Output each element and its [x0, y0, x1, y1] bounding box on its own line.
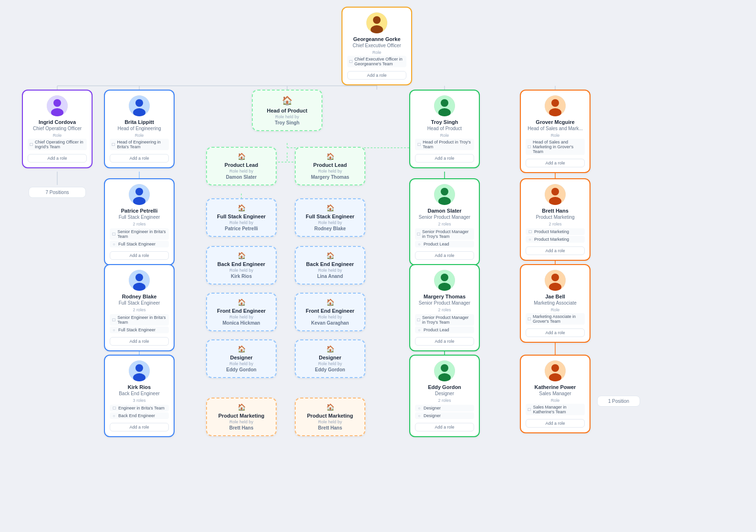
jb-role-item: ☐ Marketing Associate in Grover's Team — [526, 313, 585, 325]
hop-title: Head of Product — [415, 126, 474, 131]
fee2-role-held-label: Role held by — [300, 315, 360, 319]
svg-point-38 — [441, 99, 448, 107]
bee1-role-held-label: Role held by — [212, 268, 271, 273]
hop-card: Troy Singh Head of Product Role ☐ Head o… — [409, 90, 480, 168]
ceo-role-item: ☐ Chief Executive Officer in Georgeanne'… — [347, 56, 406, 67]
kp-add-role-btn[interactable]: Add a role — [526, 419, 585, 428]
coo-name: Ingrid Cordova — [28, 119, 87, 125]
ds-role-item-1: ☐ Senior Product Manager in Troy's Team — [415, 228, 474, 240]
hosm-card: Grover Mcguire Head of Sales and Mark...… — [520, 90, 590, 173]
rb-role-item-1: ☐ Senior Engineer in Brita's Team — [110, 314, 169, 326]
ceo-name: Georgeanne Gorke — [347, 36, 406, 42]
bh-add-role-btn[interactable]: Add a role — [526, 246, 585, 255]
kr-title: Back End Engineer — [110, 391, 169, 396]
role-checkbox-icon: ☐ — [417, 232, 420, 236]
hoe-add-role-btn[interactable]: Add a role — [110, 154, 169, 163]
hop-name: Troy Singh — [415, 119, 474, 125]
pl1-role-held-label: Role held by — [212, 169, 271, 174]
bh-card: Brett Hans Product Marketing 2 roles ☐ P… — [520, 178, 590, 261]
pp-add-role-btn[interactable]: Add a role — [110, 251, 169, 260]
hop-role-item: ☐ Head of Product in Troy's Team — [415, 139, 474, 150]
mt-role-item-1: ☐ Senior Product Manager in Troy's Team — [415, 314, 474, 326]
pm1-role-card: 🏠 Product Marketing Role held by Brett H… — [206, 398, 277, 436]
bee2-role-title: Back End Engineer — [300, 261, 360, 267]
ceo-title: Chief Executive Officer — [347, 43, 406, 48]
role-checkbox-icon: ☐ — [30, 142, 33, 147]
coo-title: Chief Operating Officer — [28, 126, 87, 131]
fee2-role-title: Front End Engineer — [300, 308, 360, 314]
eg-role-item-1: ○ Designer — [415, 405, 474, 411]
bh-role-item-2: ○ Product Marketing — [526, 236, 585, 243]
hoe-avatar — [129, 95, 150, 116]
pp-card: Patrice Petrelli Full Stack Engineer 2 r… — [104, 178, 175, 266]
role-circle-icon: ○ — [112, 327, 116, 332]
pm1-role-icon: 🏠 — [212, 403, 271, 411]
pl2-role-card: 🏠 Product Lead Role held by Margery Thom… — [295, 147, 365, 185]
jb-name: Jae Bell — [526, 294, 585, 299]
pm1-role-person: Brett Hans — [212, 425, 271, 430]
pl1-role-icon: 🏠 — [212, 153, 271, 160]
role-checkbox-icon: ☐ — [112, 317, 115, 322]
fse2-role-card: 🏠 Full Stack Engineer Role held by Rodne… — [295, 198, 365, 237]
mt-name: Margery Thomas — [415, 294, 474, 299]
rb-add-role-btn[interactable]: Add a role — [110, 337, 169, 346]
bee2-role-icon: 🏠 — [300, 252, 360, 259]
ds-role-count: 2 roles — [415, 222, 474, 226]
jb-add-role-btn[interactable]: Add a role — [526, 328, 585, 337]
hosm-avatar — [545, 95, 566, 116]
fse1-role-person: Patrice Petrelli — [212, 226, 271, 231]
ceo-card: Georgeanne Gorke Chief Executive Officer… — [342, 7, 412, 85]
fse1-role-icon: 🏠 — [212, 204, 271, 212]
hop-add-role-btn[interactable]: Add a role — [415, 154, 474, 163]
jb-avatar — [545, 270, 566, 291]
role-checkbox-icon: ☐ — [417, 317, 420, 322]
hoe-card: Brita Lippitt Head of Engineering Role ☐… — [104, 90, 175, 168]
fee1-role-held-label: Role held by — [212, 315, 271, 319]
ds-add-role-btn[interactable]: Add a role — [415, 251, 474, 260]
svg-point-62 — [135, 364, 143, 372]
pp-name: Patrice Petrelli — [110, 208, 169, 214]
kr-add-role-btn[interactable]: Add a role — [110, 423, 169, 431]
ceo-role-label: Role — [347, 50, 406, 55]
hosm-add-role-btn[interactable]: Add a role — [526, 159, 585, 167]
pp-role-count: 2 roles — [110, 222, 169, 226]
kr-role-item-2: ○ Back End Engineer — [110, 412, 169, 419]
role-circle-icon: ○ — [112, 413, 116, 418]
role-circle-icon: ○ — [417, 327, 422, 332]
coo-add-role-btn[interactable]: Add a role — [28, 154, 87, 163]
mt-card: Margery Thomas Senior Product Manager 2 … — [409, 264, 480, 351]
pm2-role-person: Brett Hans — [300, 425, 360, 430]
eg-add-role-btn[interactable]: Add a role — [415, 423, 474, 431]
hosm-name: Grover Mcguire — [526, 119, 585, 125]
hop-role-person: Troy Singh — [258, 120, 317, 125]
eg-role-count: 2 roles — [415, 398, 474, 403]
svg-point-65 — [441, 364, 448, 372]
role-circle-icon: ○ — [112, 242, 116, 246]
ceo-add-role-btn[interactable]: Add a role — [347, 71, 406, 80]
kr-avatar — [129, 360, 150, 381]
pm2-role-title: Product Marketing — [300, 413, 360, 419]
kr-role-item-1: ☐ Engineer in Brita's Team — [110, 405, 169, 411]
mt-title: Senior Product Manager — [415, 300, 474, 306]
hop-role-title: Head of Product — [258, 108, 317, 113]
coo-role-item: ☐ Chief Operating Officer in Ingrid's Te… — [28, 139, 87, 150]
pl2-role-title: Product Lead — [300, 162, 360, 168]
bee1-role-person: Kirk Rios — [212, 274, 271, 279]
svg-point-47 — [441, 188, 448, 195]
role-checkbox-icon: ☐ — [112, 232, 115, 236]
bh-name: Brett Hans — [526, 208, 585, 214]
rb-role-item-2: ○ Full Stack Engineer — [110, 327, 169, 333]
pm2-role-card: 🏠 Product Marketing Role held by Brett H… — [295, 398, 365, 436]
role-circle-icon: ○ — [417, 413, 422, 418]
mt-add-role-btn[interactable]: Add a role — [415, 337, 474, 346]
bh-title: Product Marketing — [526, 215, 585, 220]
mt-role-item-2: ○ Product Lead — [415, 327, 474, 333]
fse1-role-held-label: Role held by — [212, 220, 271, 225]
svg-point-59 — [551, 274, 559, 281]
pm1-role-held-label: Role held by — [212, 419, 271, 424]
ds-avatar — [434, 184, 455, 205]
pp-role-item-2: ○ Full Stack Engineer — [110, 241, 169, 247]
jb-card: Jae Bell Marketing Associate Role ☐ Mark… — [520, 264, 590, 343]
fse1-role-title: Full Stack Engineer — [212, 214, 271, 219]
role-checkbox-icon: ☐ — [528, 407, 531, 412]
